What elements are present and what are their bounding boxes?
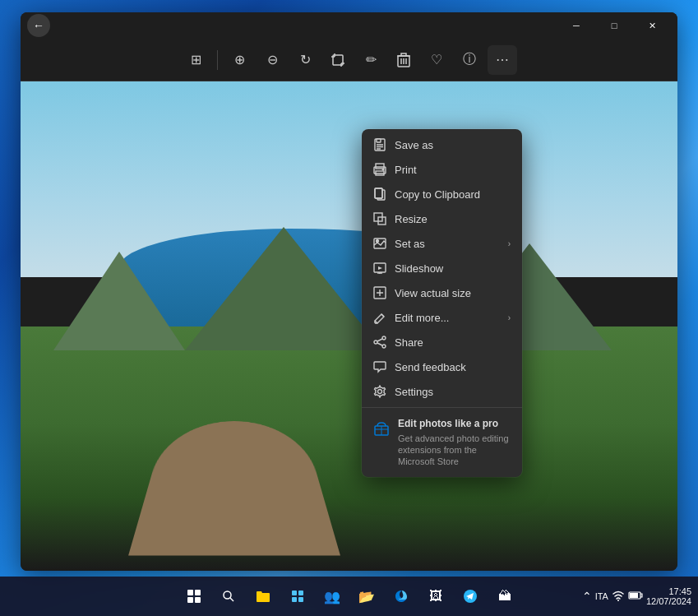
menu-divider [362,407,522,408]
taskbar-telegram[interactable] [454,580,487,613]
battery-icon [628,591,643,600]
menu-item-slideshow[interactable]: Slideshow [362,256,522,280]
title-bar: ← ─ □ ✕ [21,12,677,39]
slideshow-icon [373,262,386,275]
svg-point-53 [617,600,619,601]
edit-more-arrow: › [508,313,511,322]
view-actual-size-label: View actual size [395,287,511,299]
taskbar-apps[interactable] [281,580,314,613]
toolbar-delete-btn[interactable] [389,45,418,75]
desktop: ← ─ □ ✕ ⊞ ⊕ ⊖ ↻ [0,0,698,616]
back-button[interactable]: ← [27,14,50,37]
mountain-center [185,227,382,350]
taskbar-center: 👥 📂 🖼 🏔 [178,580,521,613]
toolbar-view-btn[interactable]: ⊞ [181,45,210,75]
share-icon [373,336,386,349]
toolbar-info-btn[interactable]: ⓘ [455,45,484,75]
mountains [21,179,677,350]
grass [21,327,677,572]
toolbar-rotate-btn[interactable]: ↻ [290,45,320,75]
windows-logo [187,590,201,603]
send-feedback-label: Send feedback [395,361,511,373]
taskbar-photos2[interactable]: 🏔 [488,580,521,613]
close-button[interactable]: ✕ [633,12,671,39]
settings-label: Settings [395,386,511,398]
photo-area: Save as Print [21,81,677,571]
start-button[interactable] [178,580,210,613]
taskbar-search[interactable] [212,580,245,613]
promo-store-icon [373,419,390,436]
wifi-icon [612,589,625,602]
svg-point-42 [378,390,382,394]
menu-item-edit-more[interactable]: Edit more... › [362,305,522,330]
svg-line-34 [381,314,384,317]
svg-point-19 [382,169,384,170]
apps-icon [291,590,304,603]
menu-item-set-as[interactable]: Set as › [362,231,522,256]
save-as-icon [373,138,386,151]
edit-more-icon [373,311,386,324]
svg-rect-16 [376,164,384,169]
toolbar: ⊞ ⊕ ⊖ ↻ ✏ [21,39,677,81]
svg-rect-12 [377,139,381,142]
toolbar-heart-btn[interactable]: ♡ [422,45,451,75]
maximize-button[interactable]: □ [595,12,633,39]
set-as-label: Set as [395,238,500,250]
folder-icon [256,590,270,603]
edge-icon [394,589,409,604]
svg-rect-7 [401,53,406,56]
photo-content [21,81,677,571]
svg-rect-51 [298,597,303,602]
photos-app-window: ← ─ □ ✕ ⊞ ⊕ ⊖ ↻ [21,12,677,571]
promo-content: Edit photos like a pro Get advanced phot… [398,418,511,467]
taskbar-folder[interactable]: 📂 [350,580,383,613]
taskbar-right: ⌃ ITA 17:45 12/07/2024 [582,586,698,606]
svg-line-47 [230,598,233,601]
title-bar-controls: ─ □ ✕ [557,12,671,39]
taskbar-edge[interactable] [385,580,418,613]
taskbar-teams[interactable]: 👥 [316,580,349,613]
menu-item-save-as[interactable]: Save as [362,132,522,157]
menu-item-copy-clipboard[interactable]: Copy to Clipboard [362,182,522,206]
menu-item-promo[interactable]: Edit photos like a pro Get advanced phot… [362,411,522,474]
tray-wifi[interactable] [612,589,625,604]
toolbar-more-btn[interactable]: ⋯ [488,45,517,75]
tray-time: 17:45 12/07/2024 [646,586,691,606]
mountain-left [53,252,185,350]
tray-battery[interactable] [628,590,643,603]
menu-item-resize[interactable]: Resize [362,206,522,231]
svg-rect-48 [292,591,297,595]
svg-point-38 [382,345,386,348]
svg-marker-30 [378,266,382,270]
tray-chevron[interactable]: ⌃ [582,590,592,603]
taskbar-photos[interactable]: 🖼 [419,580,452,613]
set-as-icon [373,237,386,250]
promo-title: Edit photos like a pro [398,418,511,431]
toolbar-zoom-out-btn[interactable]: ⊖ [257,45,287,75]
print-label: Print [395,164,511,176]
save-as-label: Save as [395,139,511,151]
menu-item-view-actual-size[interactable]: View actual size [362,280,522,305]
svg-point-26 [377,240,379,243]
view-actual-size-icon [373,286,386,299]
edit-more-label: Edit more... [395,312,500,324]
menu-item-settings[interactable]: Settings [362,379,522,404]
menu-item-print[interactable]: Print [362,157,522,182]
svg-point-46 [224,591,231,599]
toolbar-pen-btn[interactable]: ✏ [356,45,386,75]
set-as-arrow: › [508,239,511,248]
minimize-button[interactable]: ─ [557,12,595,39]
menu-item-share[interactable]: Share [362,330,522,354]
menu-item-send-feedback[interactable]: Send feedback [362,354,522,379]
svg-rect-21 [375,188,382,198]
search-icon [222,590,235,603]
resize-label: Resize [395,213,511,225]
settings-icon [373,385,386,398]
taskbar-file-explorer[interactable] [247,580,280,613]
svg-point-37 [382,336,386,340]
tray-lang: ITA [595,591,608,601]
taskbar: 👥 📂 🖼 🏔 ⌃ IT [0,577,698,616]
toolbar-zoom-in-btn[interactable]: ⊕ [224,45,254,75]
toolbar-crop-btn[interactable] [323,45,353,75]
svg-rect-49 [298,591,303,595]
